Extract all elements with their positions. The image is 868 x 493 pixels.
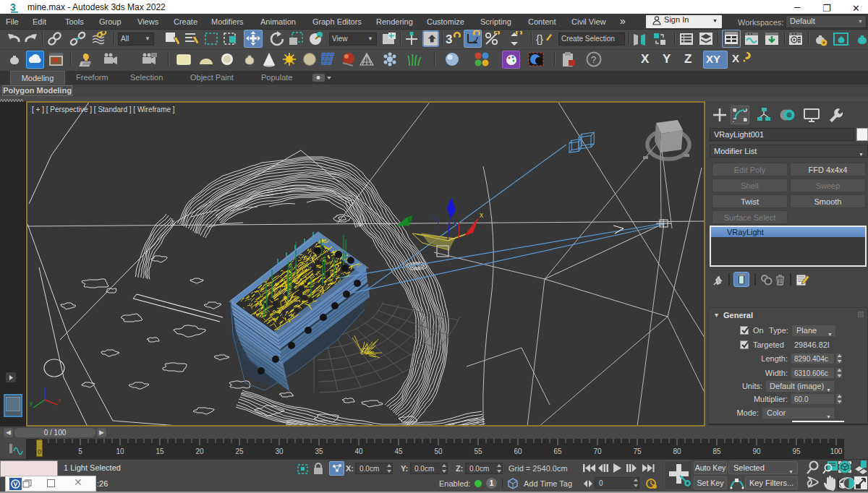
svg-text:40: 40: [354, 447, 363, 455]
svg-text:95: 95: [792, 447, 801, 455]
svg-text:55: 55: [474, 447, 482, 455]
svg-text:3: 3: [10, 1, 16, 13]
svg-text:y: y: [30, 400, 33, 406]
svg-text:?: ?: [591, 54, 596, 65]
svg-text:15: 15: [156, 447, 164, 455]
svg-text:100: 100: [830, 447, 843, 455]
svg-text:x: x: [58, 397, 61, 403]
svg-text:65: 65: [553, 447, 562, 455]
svg-text:50: 50: [434, 447, 443, 455]
svg-text:80: 80: [673, 447, 681, 455]
svg-text:25: 25: [235, 447, 244, 455]
svg-text:85: 85: [712, 447, 721, 455]
svg-text:45: 45: [394, 447, 403, 455]
svg-text:35: 35: [315, 447, 323, 455]
svg-text:60: 60: [514, 447, 522, 455]
svg-text:90: 90: [752, 447, 761, 455]
svg-text:x: x: [480, 211, 483, 219]
svg-text:3: 3: [446, 33, 452, 46]
svg-text:30: 30: [275, 447, 284, 455]
svg-text:5: 5: [78, 447, 82, 455]
svg-text:20: 20: [195, 447, 204, 455]
svg-text:{}: {}: [536, 33, 543, 45]
svg-text:70: 70: [593, 447, 602, 455]
svg-text:10: 10: [116, 447, 124, 455]
svg-text:75: 75: [633, 447, 642, 455]
